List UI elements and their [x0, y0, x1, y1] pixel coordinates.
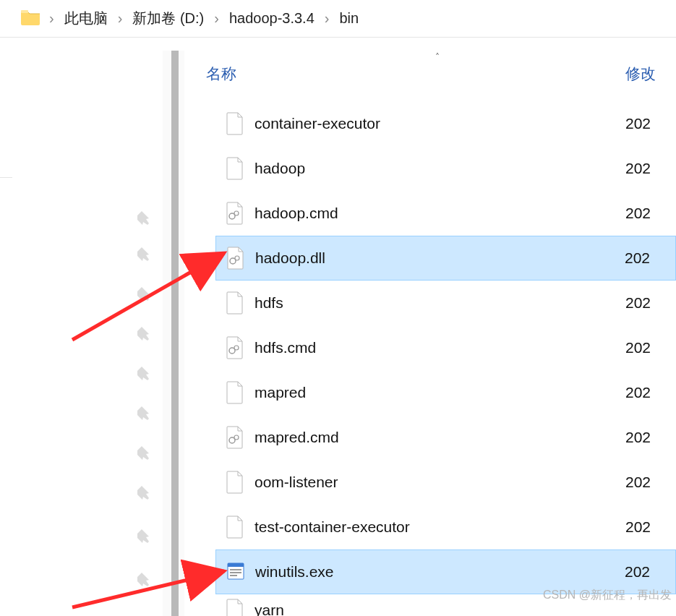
- scrollbar[interactable]: [163, 51, 184, 616]
- column-header-row: ˄ 名称 修改: [206, 51, 676, 97]
- pin-icon: [137, 325, 155, 343]
- generic-file-icon: [226, 471, 244, 494]
- svg-rect-12: [230, 572, 241, 573]
- dll-file-icon: [226, 247, 245, 270]
- file-modified: 202: [625, 339, 676, 356]
- file-name: hadoop: [254, 160, 625, 177]
- pin-icon: [137, 286, 155, 303]
- chevron-right-icon[interactable]: ›: [115, 10, 126, 27]
- file-modified: 202: [625, 115, 676, 132]
- file-modified: 202: [625, 205, 676, 222]
- file-row[interactable]: mapred.cmd 202: [215, 415, 676, 460]
- pin-icon: [137, 528, 155, 545]
- crumb-hadoop[interactable]: hadoop-3.3.4: [222, 6, 322, 31]
- exe-file-icon: [226, 560, 245, 583]
- file-row[interactable]: hdfs 202: [215, 281, 676, 325]
- crumb-this-pc[interactable]: 此电脑: [57, 4, 115, 33]
- column-header-modified[interactable]: 修改: [625, 64, 676, 84]
- generic-file-icon: [226, 381, 244, 404]
- cropped-panel-edge: [0, 43, 12, 178]
- file-modified: 202: [625, 384, 676, 401]
- file-name: hadoop.dll: [255, 249, 625, 267]
- pin-icon: [137, 210, 155, 227]
- file-name: container-executor: [254, 115, 625, 132]
- file-name: hdfs.cmd: [254, 339, 625, 356]
- generic-file-icon: [226, 157, 244, 180]
- watermark: CSDN @新征程，再出发: [543, 588, 672, 603]
- file-name: test-container-executor: [254, 518, 625, 536]
- file-modified: 202: [625, 518, 676, 536]
- chevron-right-icon[interactable]: ›: [322, 10, 333, 27]
- cmd-file-icon: [226, 426, 244, 449]
- folder-icon: [20, 8, 40, 29]
- cmd-file-icon: [226, 202, 244, 225]
- svg-rect-13: [230, 575, 237, 576]
- generic-file-icon: [226, 291, 244, 315]
- crumb-drive-d[interactable]: 新加卷 (D:): [125, 4, 211, 33]
- pin-icon: [137, 571, 155, 589]
- file-name: mapred: [254, 384, 625, 401]
- cmd-file-icon: [226, 336, 244, 359]
- pin-icon: [137, 365, 155, 382]
- pin-icon: [137, 246, 155, 263]
- file-row[interactable]: test-container-executor 202: [215, 505, 676, 549]
- column-header-name[interactable]: 名称: [206, 64, 625, 84]
- file-row[interactable]: mapred 202: [215, 370, 676, 415]
- file-modified: 202: [625, 160, 676, 177]
- sort-indicator-icon: ˄: [435, 52, 440, 62]
- svg-rect-0: [21, 10, 28, 13]
- file-list[interactable]: container-executor 202 hadoop 202 hadoop…: [215, 101, 676, 616]
- file-row[interactable]: hadoop 202: [215, 146, 676, 191]
- file-modified: 202: [625, 563, 675, 581]
- file-modified: 202: [625, 474, 676, 491]
- file-row[interactable]: hadoop.cmd 202: [215, 191, 676, 236]
- breadcrumb[interactable]: › 此电脑 › 新加卷 (D:) › hadoop-3.3.4 › bin: [0, 0, 676, 38]
- generic-file-icon: [226, 599, 244, 616]
- svg-rect-11: [230, 569, 241, 570]
- chevron-right-icon[interactable]: ›: [211, 10, 222, 27]
- file-modified: 202: [625, 429, 676, 446]
- file-row[interactable]: container-executor 202: [215, 101, 676, 146]
- file-row[interactable]: oom-listener 202: [215, 460, 676, 505]
- chevron-right-icon[interactable]: ›: [46, 10, 57, 27]
- file-name: yarn: [254, 602, 676, 616]
- pin-icon: [137, 405, 155, 422]
- file-row[interactable]: hadoop.dll 202: [215, 236, 676, 281]
- generic-file-icon: [226, 516, 244, 539]
- file-name: mapred.cmd: [254, 429, 625, 446]
- quick-access-pins: [137, 202, 161, 616]
- file-name: winutils.exe: [255, 563, 625, 581]
- file-name: oom-listener: [254, 474, 625, 491]
- file-name: hdfs: [254, 294, 625, 312]
- file-row[interactable]: hdfs.cmd 202: [215, 325, 676, 370]
- svg-rect-10: [228, 563, 244, 567]
- file-name: hadoop.cmd: [254, 205, 625, 222]
- generic-file-icon: [226, 112, 244, 135]
- file-modified: 202: [625, 294, 676, 312]
- pin-icon: [137, 484, 155, 502]
- file-modified: 202: [625, 249, 675, 267]
- crumb-bin[interactable]: bin: [332, 6, 366, 31]
- pin-icon: [137, 445, 155, 462]
